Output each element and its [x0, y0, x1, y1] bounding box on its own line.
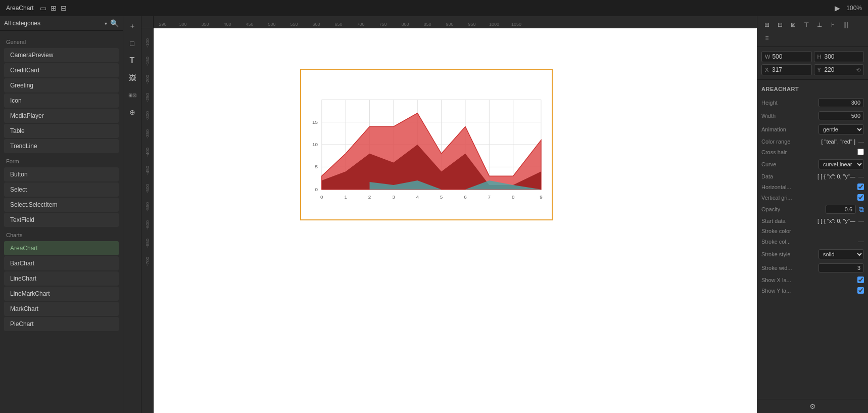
- ruler-mark: 700: [350, 22, 372, 27]
- zoom-level: 100%: [846, 5, 862, 12]
- vertical-prop-label: Vertical gri...: [761, 195, 854, 201]
- component-select-item[interactable]: Select.SelectItem: [4, 198, 119, 212]
- plus-tool[interactable]: ⊕: [125, 105, 139, 119]
- rectangle-icon[interactable]: ▭: [40, 4, 46, 12]
- align-toolbar: ⊞ ⊟ ⊠ ⊤ ⊥ ⊦ ||| ≡: [757, 16, 868, 47]
- tool-strip: ＋ □ T 🖼 ⊞⊡ ⊕: [123, 16, 141, 413]
- stroke-color-prop-label: Stroke color: [761, 228, 864, 234]
- component-markchart[interactable]: MarkChart: [4, 302, 119, 316]
- y-label: Y: [817, 67, 823, 73]
- animation-prop-label: Animation: [761, 126, 815, 132]
- align-right-button[interactable]: ⊠: [788, 19, 799, 30]
- horizontal-prop-row: Horizontal...: [761, 181, 864, 192]
- ruler-mark-v: -550: [145, 194, 150, 212]
- ruler-mark: 550: [283, 22, 305, 27]
- component-greeting[interactable]: Greeting: [4, 78, 119, 93]
- component-tool[interactable]: ⊞⊡: [125, 88, 139, 102]
- component-trendline[interactable]: TrendLine: [4, 139, 119, 153]
- stroke-width-input[interactable]: [818, 263, 864, 272]
- ruler-mark: 850: [416, 22, 439, 27]
- align-center-v-button[interactable]: ⊥: [814, 19, 825, 30]
- text-tool[interactable]: T: [125, 54, 139, 68]
- svg-text:10: 10: [312, 142, 318, 147]
- x-label: X: [765, 67, 770, 73]
- ruler-mark-v: -300: [145, 103, 150, 121]
- category-select[interactable]: All categories: [4, 20, 102, 27]
- curve-prop-label: Curve: [761, 161, 815, 167]
- component-select[interactable]: Select: [4, 182, 119, 197]
- width-prop-input[interactable]: [818, 111, 864, 120]
- color-range-expand[interactable]: —: [858, 139, 864, 145]
- component-linechart[interactable]: LineChart: [4, 271, 119, 286]
- stroke-col-prop-label: Stroke col...: [761, 239, 855, 245]
- component-linemarkchart[interactable]: LineMarkChart: [4, 287, 119, 301]
- component-media-player[interactable]: MediaPlayer: [4, 109, 119, 123]
- x-input[interactable]: [772, 66, 808, 73]
- width-input[interactable]: [772, 53, 808, 60]
- distribute-h-button[interactable]: |||: [840, 19, 851, 30]
- animation-prop-select[interactable]: gentle wobbly stiff slow molasses noAnim…: [818, 124, 864, 134]
- color-range-prop-label: Color range: [761, 139, 818, 145]
- select-tool[interactable]: □: [125, 36, 139, 51]
- opacity-expand-icon[interactable]: ⧉: [859, 205, 864, 214]
- color-range-prop-row: Color range [ "teal", "red" ] —: [761, 136, 864, 147]
- width-field[interactable]: W: [761, 51, 812, 62]
- stroke-style-prop-label: Stroke style: [761, 251, 815, 257]
- ruler-left: -100 -150 -200 -250 -300 -350 -400 -450 …: [141, 28, 154, 413]
- align-bottom-button[interactable]: ⊦: [827, 19, 838, 30]
- component-piechart[interactable]: PieChart: [4, 317, 119, 331]
- vertical-checkbox[interactable]: [857, 194, 864, 201]
- play-button[interactable]: ▶: [835, 4, 840, 12]
- ruler-mark: 650: [327, 22, 350, 27]
- align-top-button[interactable]: ⊤: [801, 19, 812, 30]
- stroke-style-select[interactable]: solid dashed dotted: [818, 249, 864, 259]
- charts-section-label: Charts: [0, 228, 123, 240]
- show-y-checkbox[interactable]: [857, 287, 864, 294]
- component-button[interactable]: Button: [4, 167, 119, 181]
- align-center-h-button[interactable]: ⊟: [775, 19, 786, 30]
- component-icon[interactable]: Icon: [4, 94, 119, 108]
- opacity-prop-input[interactable]: [826, 205, 856, 214]
- y-input[interactable]: [825, 66, 855, 73]
- canvas[interactable]: 0 5 10 15 0 1 2 3 4 5 6 7 8 9: [154, 28, 757, 413]
- distribute-v-button[interactable]: ≡: [761, 32, 773, 43]
- right-sidebar-bottom: ⚙: [757, 399, 868, 413]
- add-tool[interactable]: ＋: [125, 19, 139, 33]
- component-table[interactable]: Table: [4, 124, 119, 138]
- settings-icon[interactable]: ⚙: [809, 402, 816, 410]
- app-title: AreaChart: [6, 5, 34, 12]
- x-field[interactable]: X: [761, 64, 812, 75]
- crosshair-prop-row: Cross hair: [761, 147, 864, 157]
- lock-aspect-button[interactable]: ⟲: [856, 67, 860, 73]
- show-y-prop-label: Show Y la...: [761, 288, 854, 294]
- height-prop-input[interactable]: [818, 98, 864, 107]
- component-library-panel: All categories ▾ 🔍 General CameraPreview…: [0, 16, 123, 413]
- height-input[interactable]: [825, 53, 861, 60]
- ruler-top: 290 300 350 400 450 500 550 600 650 700 …: [154, 16, 757, 28]
- svg-text:4: 4: [416, 194, 419, 200]
- search-button[interactable]: 🔍: [110, 19, 119, 27]
- crosshair-checkbox[interactable]: [857, 149, 864, 155]
- chart-widget[interactable]: 0 5 10 15 0 1 2 3 4 5 6 7 8 9: [300, 69, 553, 220]
- ruler-mark: 290: [154, 22, 172, 27]
- show-x-checkbox[interactable]: [857, 277, 864, 283]
- image-tool[interactable]: 🖼: [125, 71, 139, 85]
- horizontal-checkbox[interactable]: [857, 183, 864, 190]
- component-areachart[interactable]: AreaChart: [4, 241, 119, 255]
- y-field[interactable]: Y ⟲: [814, 64, 864, 75]
- component-textfield[interactable]: TextField: [4, 213, 119, 227]
- data-expand[interactable]: —: [858, 173, 864, 179]
- svg-text:0: 0: [315, 187, 318, 192]
- start-data-expand[interactable]: —: [858, 218, 864, 224]
- component-camera-preview[interactable]: CameraPreview: [4, 48, 119, 62]
- height-field[interactable]: H: [814, 51, 864, 62]
- resize-icon[interactable]: ⊞: [51, 4, 57, 12]
- data-prop-row: Data [ [ { "x": 0, "y"— —: [761, 171, 864, 181]
- curve-prop-select[interactable]: curveLinear curveBasis curveCardinal cur…: [818, 159, 864, 169]
- component-credit-card[interactable]: CreditCard: [4, 63, 119, 77]
- component-barchart[interactable]: BarChart: [4, 256, 119, 270]
- crosshair-prop-label: Cross hair: [761, 149, 854, 155]
- layout-icon[interactable]: ⊟: [61, 4, 67, 12]
- height-prop-row: Height: [761, 96, 864, 109]
- align-left-button[interactable]: ⊞: [761, 19, 773, 30]
